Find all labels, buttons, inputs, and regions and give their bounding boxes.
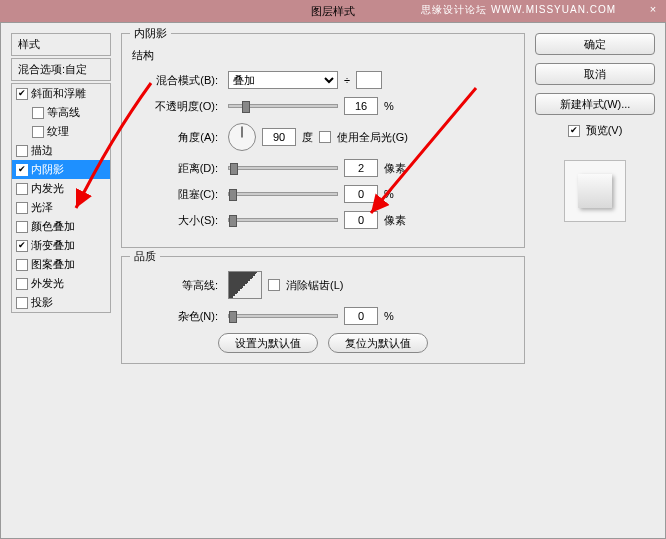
cancel-button[interactable]: 取消 bbox=[535, 63, 655, 85]
noise-unit: % bbox=[384, 310, 394, 322]
style-checkbox[interactable] bbox=[16, 297, 28, 309]
style-checkbox[interactable] bbox=[16, 278, 28, 290]
noise-input[interactable] bbox=[344, 307, 378, 325]
global-light-checkbox[interactable] bbox=[319, 131, 331, 143]
style-item-等高线[interactable]: 等高线 bbox=[12, 103, 110, 122]
distance-input[interactable] bbox=[344, 159, 378, 177]
style-label: 颜色叠加 bbox=[31, 219, 75, 234]
style-item-颜色叠加[interactable]: 颜色叠加 bbox=[12, 217, 110, 236]
title-bar: 图层样式 思缘设计论坛 WWW.MISSYUAN.COM × bbox=[0, 0, 666, 22]
style-checkbox[interactable] bbox=[16, 88, 28, 100]
color-swatch[interactable] bbox=[356, 71, 382, 89]
style-checkbox[interactable] bbox=[16, 221, 28, 233]
antialias-checkbox[interactable] bbox=[268, 279, 280, 291]
style-checkbox[interactable] bbox=[32, 107, 44, 119]
opacity-label: 不透明度(O): bbox=[132, 99, 222, 114]
style-item-投影[interactable]: 投影 bbox=[12, 293, 110, 312]
quality-fieldset: 品质 等高线: 消除锯齿(L) 杂色(N): % 设置为默认值 复位为默认值 bbox=[121, 256, 525, 364]
style-checkbox[interactable] bbox=[16, 183, 28, 195]
distance-unit: 像素 bbox=[384, 161, 406, 176]
style-label: 描边 bbox=[31, 143, 53, 158]
quality-title: 品质 bbox=[130, 249, 160, 264]
right-panel: 确定 取消 新建样式(W)... 预览(V) bbox=[535, 33, 655, 528]
noise-label: 杂色(N): bbox=[132, 309, 222, 324]
section-title: 内阴影 bbox=[130, 26, 171, 41]
style-label: 等高线 bbox=[47, 105, 80, 120]
style-checkbox[interactable] bbox=[16, 202, 28, 214]
style-label: 图案叠加 bbox=[31, 257, 75, 272]
style-item-光泽[interactable]: 光泽 bbox=[12, 198, 110, 217]
style-item-外发光[interactable]: 外发光 bbox=[12, 274, 110, 293]
style-list: 斜面和浮雕等高线纹理描边内阴影内发光光泽颜色叠加渐变叠加图案叠加外发光投影 bbox=[11, 83, 111, 313]
distance-label: 距离(D): bbox=[132, 161, 222, 176]
dialog-body: 样式 混合选项:自定 斜面和浮雕等高线纹理描边内阴影内发光光泽颜色叠加渐变叠加图… bbox=[0, 22, 666, 539]
ok-button[interactable]: 确定 bbox=[535, 33, 655, 55]
angle-dial[interactable] bbox=[228, 123, 256, 151]
structure-fieldset: 内阴影 结构 混合模式(B): 叠加 ÷ 不透明度(O): % 角度(A): 度 bbox=[121, 33, 525, 248]
style-label: 外发光 bbox=[31, 276, 64, 291]
style-item-渐变叠加[interactable]: 渐变叠加 bbox=[12, 236, 110, 255]
reset-default-button[interactable]: 复位为默认值 bbox=[328, 333, 428, 353]
style-checkbox[interactable] bbox=[32, 126, 44, 138]
angle-input[interactable] bbox=[262, 128, 296, 146]
blend-options-header[interactable]: 混合选项:自定 bbox=[11, 58, 111, 81]
choke-slider[interactable] bbox=[228, 192, 338, 196]
new-style-button[interactable]: 新建样式(W)... bbox=[535, 93, 655, 115]
style-item-描边[interactable]: 描边 bbox=[12, 141, 110, 160]
choke-input[interactable] bbox=[344, 185, 378, 203]
preview-checkbox[interactable] bbox=[568, 125, 580, 137]
choke-label: 阻塞(C): bbox=[132, 187, 222, 202]
structure-label: 结构 bbox=[132, 48, 514, 63]
style-item-斜面和浮雕[interactable]: 斜面和浮雕 bbox=[12, 84, 110, 103]
size-slider[interactable] bbox=[228, 218, 338, 222]
contour-picker[interactable] bbox=[228, 271, 262, 299]
global-light-label: 使用全局光(G) bbox=[337, 130, 408, 145]
distance-slider[interactable] bbox=[228, 166, 338, 170]
style-label: 斜面和浮雕 bbox=[31, 86, 86, 101]
style-item-图案叠加[interactable]: 图案叠加 bbox=[12, 255, 110, 274]
contour-label: 等高线: bbox=[132, 278, 222, 293]
opacity-unit: % bbox=[384, 100, 394, 112]
style-checkbox[interactable] bbox=[16, 164, 28, 176]
style-item-内发光[interactable]: 内发光 bbox=[12, 179, 110, 198]
opacity-input[interactable] bbox=[344, 97, 378, 115]
choke-unit: % bbox=[384, 188, 394, 200]
left-panel: 样式 混合选项:自定 斜面和浮雕等高线纹理描边内阴影内发光光泽颜色叠加渐变叠加图… bbox=[11, 33, 111, 528]
preview-thumbnail bbox=[578, 174, 612, 208]
style-label: 光泽 bbox=[31, 200, 53, 215]
watermark: 思缘设计论坛 WWW.MISSYUAN.COM bbox=[421, 3, 616, 17]
style-label: 纹理 bbox=[47, 124, 69, 139]
style-label: 内发光 bbox=[31, 181, 64, 196]
size-unit: 像素 bbox=[384, 213, 406, 228]
preview-label: 预览(V) bbox=[586, 123, 623, 138]
style-checkbox[interactable] bbox=[16, 240, 28, 252]
blend-mode-label: 混合模式(B): bbox=[132, 73, 222, 88]
close-icon[interactable]: × bbox=[646, 3, 660, 17]
noise-slider[interactable] bbox=[228, 314, 338, 318]
size-input[interactable] bbox=[344, 211, 378, 229]
dialog-title: 图层样式 bbox=[311, 4, 355, 19]
angle-label: 角度(A): bbox=[132, 130, 222, 145]
styles-header[interactable]: 样式 bbox=[11, 33, 111, 56]
size-label: 大小(S): bbox=[132, 213, 222, 228]
style-label: 内阴影 bbox=[31, 162, 64, 177]
style-item-纹理[interactable]: 纹理 bbox=[12, 122, 110, 141]
style-label: 渐变叠加 bbox=[31, 238, 75, 253]
antialias-label: 消除锯齿(L) bbox=[286, 278, 343, 293]
angle-unit: 度 bbox=[302, 130, 313, 145]
preview-box bbox=[564, 160, 626, 222]
opacity-slider[interactable] bbox=[228, 104, 338, 108]
make-default-button[interactable]: 设置为默认值 bbox=[218, 333, 318, 353]
dropdown-icon[interactable]: ÷ bbox=[344, 74, 350, 86]
center-panel: 内阴影 结构 混合模式(B): 叠加 ÷ 不透明度(O): % 角度(A): 度 bbox=[121, 33, 525, 528]
style-checkbox[interactable] bbox=[16, 259, 28, 271]
style-checkbox[interactable] bbox=[16, 145, 28, 157]
style-label: 投影 bbox=[31, 295, 53, 310]
style-item-内阴影[interactable]: 内阴影 bbox=[12, 160, 110, 179]
blend-mode-select[interactable]: 叠加 bbox=[228, 71, 338, 89]
